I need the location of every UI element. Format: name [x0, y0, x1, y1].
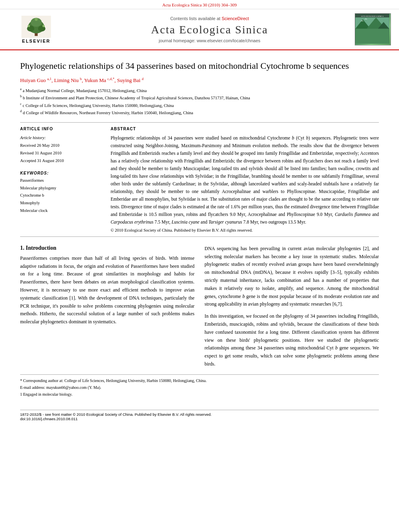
- journal-title: Acta Ecologica Sinica: [64, 23, 355, 36]
- sciencedirect-line: Contents lists available at ScienceDirec…: [64, 16, 355, 21]
- body-left-col: 1. Introduction Passeriformes comprises …: [20, 245, 195, 368]
- accepted-date: Accepted 31 August 2010: [20, 157, 101, 165]
- journal-homepage: journal homepage: www.elsevier.com/locat…: [64, 38, 355, 43]
- keyword-3: Cytochrome b: [20, 192, 101, 199]
- affiliation-c: c c College of Life Sciences, Heilongjia…: [20, 102, 379, 109]
- intro-para-3: In this investigation, we focused on the…: [205, 312, 379, 368]
- received-date: Received 26 May 2010: [20, 142, 101, 150]
- affiliations: a a Mudanjiang Normal College, Mudanjian…: [20, 87, 379, 116]
- footnote-area: * Corresponding author at: College of Li…: [20, 374, 379, 398]
- svg-text:ACTA ECOLOGICA SINICA: ACTA ECOLOGICA SINICA: [361, 15, 384, 17]
- divider-2: [20, 236, 379, 237]
- intro-para-1: Passeriformes comprises more than half o…: [20, 255, 195, 326]
- body-two-col: 1. Introduction Passeriformes comprises …: [20, 245, 379, 368]
- elsevier-logo: ELSEVIER: [20, 16, 52, 43]
- elsevier-tree-icon: [20, 16, 52, 38]
- keyword-4: Monophyly: [20, 199, 101, 207]
- history-label: Article history:: [20, 134, 101, 142]
- revised-date: Revised 31 August 2010: [20, 150, 101, 157]
- note-footnote: 1 Engaged in molecular biology.: [20, 391, 379, 398]
- keyword-5: Molecular clock: [20, 207, 101, 215]
- introduction-heading: 1. Introduction: [20, 245, 195, 251]
- journal-reference: Acta Ecologica Sinica 30 (2010) 304–309: [0, 0, 399, 9]
- svg-point-6: [28, 25, 30, 27]
- main-content: Phylogenetic relationships of 34 passeri…: [0, 50, 399, 429]
- keywords-list: Passeriformes Molecular phylogeny Cytoch…: [20, 177, 101, 215]
- body-section: 1. Introduction Passeriformes comprises …: [20, 245, 379, 368]
- email-footnote: E-mail address: mayukun66@yahoo.com (Y. …: [20, 384, 379, 391]
- keyword-1: Passeriformes: [20, 177, 101, 185]
- journal-header: ELSEVIER Contents lists available at Sci…: [0, 9, 399, 50]
- keywords-label: Keywords:: [20, 171, 101, 175]
- abstract-column: ABSTRACT Phylogenetic relationships of 3…: [111, 127, 379, 232]
- authors-line: Huiyan Guo a,1, Liming Niu b, Yukun Ma c…: [20, 77, 379, 84]
- keyword-2: Molecular phylogeny: [20, 185, 101, 192]
- affiliation-d: d d College of Wildlife Resources, North…: [20, 109, 379, 116]
- divider: [20, 122, 379, 123]
- affiliation-b: b b Institute of Environment and Plant P…: [20, 94, 379, 101]
- article-info-label: ARTICLE INFO: [20, 127, 101, 131]
- intro-para-2: DNA sequencing has been prevailing in cu…: [205, 245, 379, 308]
- affiliation-a: a a Mudanjiang Normal College, Mudanjian…: [20, 87, 379, 94]
- elsevier-text: ELSEVIER: [22, 39, 50, 43]
- article-title: Phylogenetic relationships of 34 passeri…: [20, 60, 379, 72]
- journal-cover-image: ACTA ECOLOGICA SINICA: [355, 13, 391, 45]
- corresponding-footnote: * Corresponding author at: College of Li…: [20, 377, 379, 384]
- svg-point-8: [35, 18, 37, 21]
- copyright-line: © 2010 Ecological Society of China. Publ…: [111, 228, 379, 232]
- abstract-text: Phylogenetic relationships of 34 passeri…: [111, 134, 379, 226]
- keywords-section: Keywords: Passeriformes Molecular phylog…: [20, 171, 101, 215]
- article-history: Article history: Received 26 May 2010 Re…: [20, 134, 101, 165]
- footer-issn: 1872-2032/$ - see front matter © 2010 Ec…: [20, 412, 379, 417]
- footer-doi: doi:10.1016/j.chnaes.2010.08.011: [20, 417, 379, 421]
- article-info-abstract: ARTICLE INFO Article history: Received 2…: [20, 127, 379, 232]
- svg-rect-14: [355, 29, 389, 44]
- footer-bar: 1872-2032/$ - see front matter © 2010 Ec…: [20, 410, 379, 421]
- acta-cover-icon: ACTA ECOLOGICA SINICA: [355, 14, 389, 44]
- journal-title-area: Contents lists available at ScienceDirec…: [64, 16, 355, 43]
- abstract-label: ABSTRACT: [111, 127, 379, 131]
- article-info-column: ARTICLE INFO Article history: Received 2…: [20, 127, 101, 232]
- body-right-col: DNA sequencing has been prevailing in cu…: [205, 245, 379, 368]
- publisher-logo-area: ELSEVIER: [8, 16, 64, 43]
- sciencedirect-link[interactable]: ScienceDirect: [222, 16, 249, 21]
- svg-point-7: [43, 25, 45, 27]
